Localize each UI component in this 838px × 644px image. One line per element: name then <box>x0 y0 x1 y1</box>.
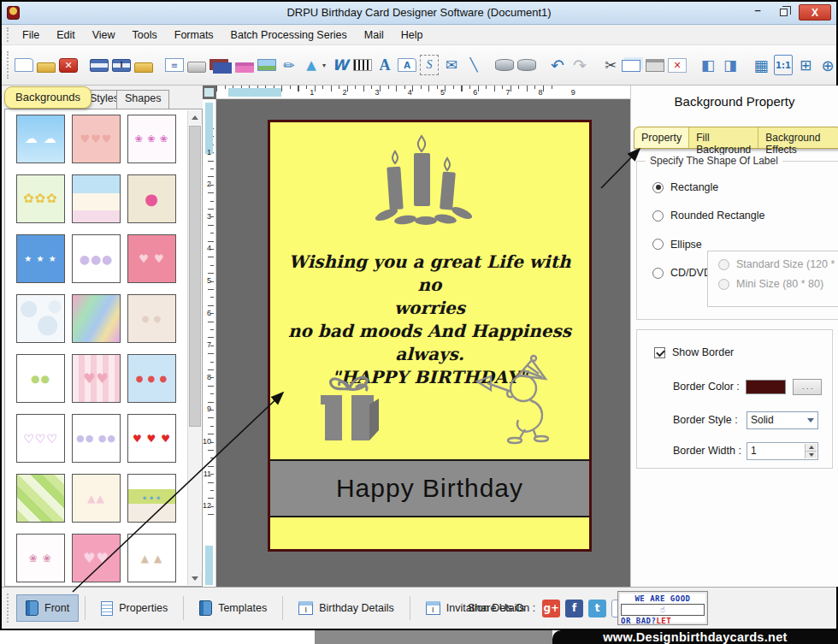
export-folder-icon[interactable] <box>134 62 153 73</box>
background-thumbnail-pink-birthday-cakes[interactable]: ♥ ♥ <box>127 234 176 283</box>
twitter-icon[interactable]: t <box>588 600 606 617</box>
menu-item-help[interactable]: Help <box>392 27 432 43</box>
fit-window-icon[interactable]: ⊞ <box>796 55 815 75</box>
text-icon[interactable]: A <box>375 55 394 75</box>
print-preview-icon[interactable]: ≡ <box>165 58 184 72</box>
insert-image-icon[interactable] <box>257 59 276 71</box>
line-tool-icon[interactable]: ╲ <box>464 55 483 75</box>
spin-down-button[interactable] <box>805 452 817 458</box>
radio-option-ellipse[interactable]: Ellipse <box>652 238 702 251</box>
radio-option-cd-dvd[interactable]: CD/DVD <box>652 266 711 280</box>
background-thumbnail-green-stripes[interactable] <box>16 474 65 523</box>
tab-background-effects[interactable]: Background Effects <box>758 127 838 148</box>
minimize-button[interactable]: – <box>747 4 768 21</box>
copy-icon[interactable] <box>622 60 640 72</box>
background-thumbnail-pastel-balloons[interactable]: ●●● <box>72 234 121 283</box>
vertical-scroll-indicator-top[interactable] <box>205 103 213 154</box>
background-thumbnail-sky-clouds[interactable]: ☁ ☁ <box>16 115 65 163</box>
background-thumbnail-heart-curtain[interactable]: ♥♥ <box>72 354 121 403</box>
barcode-icon[interactable] <box>353 59 372 71</box>
menu-item-batch-processing-series[interactable]: Batch Processing Series <box>222 27 356 43</box>
tab-backgrounds[interactable]: Backgrounds <box>4 86 91 109</box>
delete-icon[interactable]: ✕ <box>668 58 687 73</box>
scroll-up-button[interactable] <box>188 110 202 124</box>
birthday-card[interactable]: Wishing you a great Life with noworriesn… <box>268 120 592 552</box>
open-folder-icon[interactable] <box>37 62 56 73</box>
menu-item-formats[interactable]: Formats <box>166 27 222 43</box>
bring-to-front-icon[interactable]: ◧ <box>699 55 717 75</box>
googleplus-icon[interactable]: g+ <box>542 600 560 617</box>
watermark-icon[interactable]: W <box>331 55 350 75</box>
send-to-back-icon[interactable]: ◨ <box>721 55 740 75</box>
grid-icon[interactable]: ▦ <box>752 55 770 75</box>
color-picker-button[interactable]: . . . <box>793 379 822 395</box>
database-icon[interactable] <box>517 59 536 71</box>
scroll-down-button[interactable] <box>188 571 202 585</box>
gift-insert-icon[interactable] <box>235 62 254 73</box>
text-page-icon[interactable]: A <box>398 58 416 72</box>
menu-item-mail[interactable]: Mail <box>356 27 392 43</box>
bottom-tab-templates[interactable]: Templates <box>190 594 276 622</box>
tab-shapes[interactable]: Shapes <box>116 90 169 109</box>
border-style-dropdown[interactable]: Solid <box>747 411 818 429</box>
tab-property[interactable]: Property <box>634 127 689 148</box>
close-button[interactable]: X <box>799 4 831 21</box>
radio-option-mini-size-80-80[interactable]: Mini Size (80 * 80) <box>718 277 823 291</box>
redo-icon[interactable]: ↷ <box>570 55 589 75</box>
background-thumbnail-bird-balloons[interactable]: ● <box>127 174 176 223</box>
background-thumbnail-red-hearts[interactable]: ♥ ♥ ♥ <box>127 414 176 463</box>
background-thumbnail-pink-lace-hearts[interactable]: ♥♥♥ <box>72 115 121 163</box>
cut-icon[interactable]: ✂ <box>601 55 620 75</box>
background-thumbnail-party-horns[interactable]: ▲ ▲ <box>127 534 176 582</box>
thumbnail-scrollbar[interactable] <box>187 110 201 585</box>
signature-icon[interactable]: S <box>420 55 439 75</box>
candles-clipart[interactable] <box>349 131 494 233</box>
bottom-tab-properties[interactable]: Properties <box>91 595 177 622</box>
shapes-icon[interactable]: ▲ <box>302 55 321 75</box>
card-message-line[interactable]: worries <box>282 297 577 320</box>
background-thumbnail-faint-teddies[interactable]: ● ● <box>127 294 176 343</box>
border-width-stepper[interactable]: 1 <box>747 442 818 460</box>
show-border-row[interactable]: Show Border <box>654 346 734 358</box>
actual-size-icon[interactable]: 1:1 <box>774 55 793 75</box>
trumpet-man-clipart[interactable] <box>474 353 569 449</box>
database-add-icon[interactable] <box>495 59 514 71</box>
background-thumbnail-rainbow-heart-outlines[interactable]: ♡♡♡ <box>16 414 65 463</box>
background-thumbnail-pastel-cakes[interactable]: ▲▲ <box>72 474 121 523</box>
spin-up-button[interactable] <box>805 444 817 452</box>
shapes-dropdown-icon[interactable]: ▾ <box>321 55 328 75</box>
feedback-badge[interactable]: WE ARE GOOD ☝OR BAD?LET☟ OTHERS KNOW... <box>617 591 708 625</box>
print-icon[interactable] <box>187 62 206 73</box>
scrollbar-thumb[interactable] <box>189 126 201 427</box>
background-thumbnail-pink-blossoms[interactable]: ❀ ❀ <box>16 534 65 582</box>
menu-item-view[interactable]: View <box>84 27 124 43</box>
close-file-icon[interactable]: ✕ <box>59 58 78 73</box>
tab-fill-background[interactable]: Fill Background <box>689 127 758 148</box>
facebook-icon[interactable]: f <box>565 600 583 617</box>
pen-quill-icon[interactable]: ✏ <box>280 55 298 75</box>
menu-item-file[interactable]: File <box>14 27 48 43</box>
radio-option-rounded-rectangle[interactable]: Rounded Rectangle <box>652 209 765 222</box>
background-thumbnail-starry-night[interactable]: ★ ★ ★ <box>16 234 65 283</box>
border-color-swatch[interactable] <box>746 380 786 394</box>
bottom-tab-birthday-details[interactable]: IBirthday Details <box>289 595 404 621</box>
background-thumbnail-teddy-picnic[interactable] <box>72 174 121 223</box>
undo-icon[interactable]: ↶ <box>548 55 567 75</box>
background-thumbnail-garden-party[interactable]: ••• <box>127 474 176 523</box>
save-as-icon[interactable]: I <box>112 59 131 72</box>
new-document-icon[interactable] <box>15 58 33 72</box>
save-icon[interactable] <box>90 59 109 72</box>
radio-option-standard-size-120-120[interactable]: Standard Size (120 * 120) <box>718 257 838 271</box>
menu-item-edit[interactable]: Edit <box>48 27 84 43</box>
menu-item-tools[interactable]: Tools <box>124 27 166 43</box>
gift-clipart[interactable] <box>306 369 396 452</box>
restore-button[interactable] <box>773 4 794 21</box>
horizontal-scroll-indicator[interactable] <box>228 88 281 97</box>
background-thumbnail-butterflies[interactable]: ❀ ❀ ❀ <box>127 115 176 163</box>
card-title-band[interactable]: Happy Birthday <box>270 459 589 517</box>
radio-option-rectangle[interactable]: Rectangle <box>652 180 718 194</box>
background-thumbnail-rainbow-tiedye[interactable] <box>72 294 121 343</box>
bottom-tab-front[interactable]: Front <box>16 594 79 622</box>
background-thumbnail-pink-heart-lace[interactable]: ♥♥ <box>72 534 121 582</box>
background-thumbnail-daisies[interactable]: ✿✿✿ <box>16 174 65 223</box>
